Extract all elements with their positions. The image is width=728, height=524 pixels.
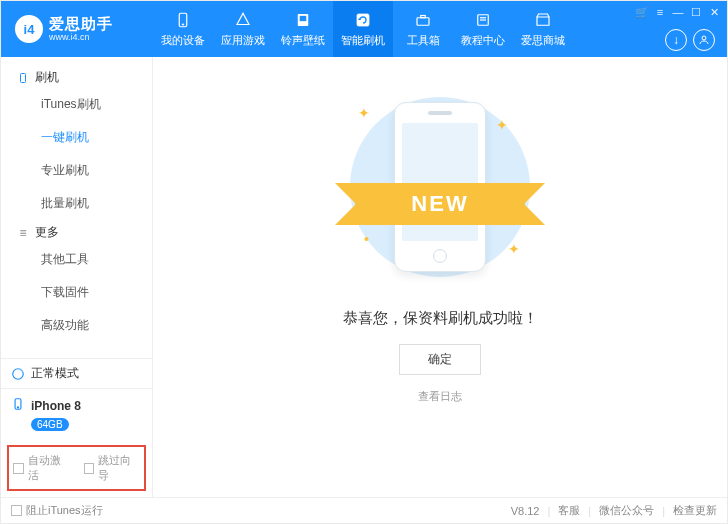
shop-icon (534, 11, 552, 29)
device-icon (174, 11, 192, 29)
ok-button[interactable]: 确定 (399, 344, 481, 375)
device-info[interactable]: iPhone 8 64GB (1, 388, 152, 441)
svg-rect-5 (417, 17, 429, 25)
sidebar-item-onekey-flash[interactable]: 一键刷机 (1, 121, 152, 154)
group-title: 更多 (35, 224, 59, 241)
maximize-button[interactable]: ☐ (689, 5, 703, 19)
brand-name: 爱思助手 (49, 15, 113, 32)
menu-icon[interactable]: ≡ (653, 5, 667, 19)
sidebar-item-itunes-flash[interactable]: iTunes刷机 (1, 88, 152, 121)
sidebar-group-more: ≡ 更多 (1, 220, 152, 243)
nav-label: 铃声壁纸 (281, 33, 325, 48)
header: i4 爱思助手 www.i4.cn 我的设备 应用游戏 铃声壁纸 智能刷机 (1, 1, 727, 57)
wechat-link[interactable]: 微信公众号 (599, 503, 654, 518)
sparkle-icon: ✦ (508, 241, 520, 257)
sparkle-icon: ✦ (496, 117, 508, 133)
top-nav: 我的设备 应用游戏 铃声壁纸 智能刷机 工具箱 教程中心 (153, 1, 573, 57)
auto-activate-checkbox[interactable]: 自动激活 (13, 453, 70, 483)
checkbox-icon (84, 463, 95, 474)
checkbox-label: 跳过向导 (98, 453, 140, 483)
phone-icon (17, 72, 29, 84)
main-content: ✦ ✦ ✦ • NEW 恭喜您，保资料刷机成功啦！ 确定 查看日志 (153, 57, 727, 497)
nav-toolbox[interactable]: 工具箱 (393, 1, 453, 57)
sidebar-item-advanced[interactable]: 高级功能 (1, 309, 152, 342)
nav-label: 应用游戏 (221, 33, 265, 48)
sidebar-group-flash: 刷机 (1, 65, 152, 88)
checkbox-icon (11, 505, 22, 516)
nav-apps[interactable]: 应用游戏 (213, 1, 273, 57)
storage-badge: 64GB (31, 418, 69, 431)
status-icon (11, 367, 25, 381)
apps-icon (234, 11, 252, 29)
sidebar-item-other-tools[interactable]: 其他工具 (1, 243, 152, 276)
group-title: 刷机 (35, 69, 59, 86)
sidebar-item-pro-flash[interactable]: 专业刷机 (1, 154, 152, 187)
success-message: 恭喜您，保资料刷机成功啦！ (343, 309, 538, 328)
brand: i4 爱思助手 www.i4.cn (1, 1, 153, 57)
sparkle-icon: • (364, 231, 369, 247)
support-link[interactable]: 客服 (558, 503, 580, 518)
svg-rect-6 (421, 15, 426, 17)
sidebar-item-download-fw[interactable]: 下载固件 (1, 276, 152, 309)
status-text: 正常模式 (31, 365, 79, 382)
menu-icon: ≡ (17, 227, 29, 239)
footer: 阻止iTunes运行 V8.12 | 客服 | 微信公众号 | 检查更新 (1, 497, 727, 523)
device-name: iPhone 8 (31, 399, 81, 413)
nav-label: 智能刷机 (341, 33, 385, 48)
block-itunes-checkbox[interactable]: 阻止iTunes运行 (11, 503, 103, 518)
doc-icon (474, 11, 492, 29)
view-log-link[interactable]: 查看日志 (418, 389, 462, 404)
device-phone-icon (11, 397, 25, 414)
new-ribbon: NEW (355, 183, 525, 225)
nav-media[interactable]: 铃声壁纸 (273, 1, 333, 57)
download-button[interactable]: ↓ (665, 29, 687, 51)
checkbox-label: 自动激活 (28, 453, 70, 483)
svg-point-1 (182, 23, 184, 25)
toolbox-icon (414, 11, 432, 29)
brand-url: www.i4.cn (49, 32, 113, 42)
device-mode[interactable]: 正常模式 (1, 358, 152, 388)
svg-rect-11 (21, 73, 26, 82)
skip-guide-checkbox[interactable]: 跳过向导 (84, 453, 141, 483)
nav-flash[interactable]: 智能刷机 (333, 1, 393, 57)
check-update-link[interactable]: 检查更新 (673, 503, 717, 518)
nav-my-device[interactable]: 我的设备 (153, 1, 213, 57)
success-illustration: ✦ ✦ ✦ • NEW (320, 87, 560, 287)
svg-point-14 (17, 407, 18, 408)
nav-label: 爱思商城 (521, 33, 565, 48)
version-text: V8.12 (511, 505, 540, 517)
sidebar-item-batch-flash[interactable]: 批量刷机 (1, 187, 152, 220)
minimize-button[interactable]: — (671, 5, 685, 19)
checkbox-icon (13, 463, 24, 474)
checkbox-label: 阻止iTunes运行 (26, 503, 103, 518)
media-icon (294, 11, 312, 29)
nav-shop[interactable]: 爱思商城 (513, 1, 573, 57)
close-button[interactable]: ✕ (707, 5, 721, 19)
nav-label: 我的设备 (161, 33, 205, 48)
sparkle-icon: ✦ (358, 105, 370, 121)
nav-label: 工具箱 (407, 33, 440, 48)
activation-options-highlight: 自动激活 跳过向导 (7, 445, 146, 491)
svg-rect-3 (299, 15, 307, 21)
user-button[interactable] (693, 29, 715, 51)
svg-point-10 (702, 36, 706, 40)
nav-tutorial[interactable]: 教程中心 (453, 1, 513, 57)
sidebar: 刷机 iTunes刷机 一键刷机 专业刷机 批量刷机 ≡ 更多 其他工具 下载固… (1, 57, 153, 497)
nav-label: 教程中心 (461, 33, 505, 48)
cart-icon[interactable]: 🛒 (635, 5, 649, 19)
flash-icon (354, 11, 372, 29)
brand-logo: i4 (15, 15, 43, 43)
